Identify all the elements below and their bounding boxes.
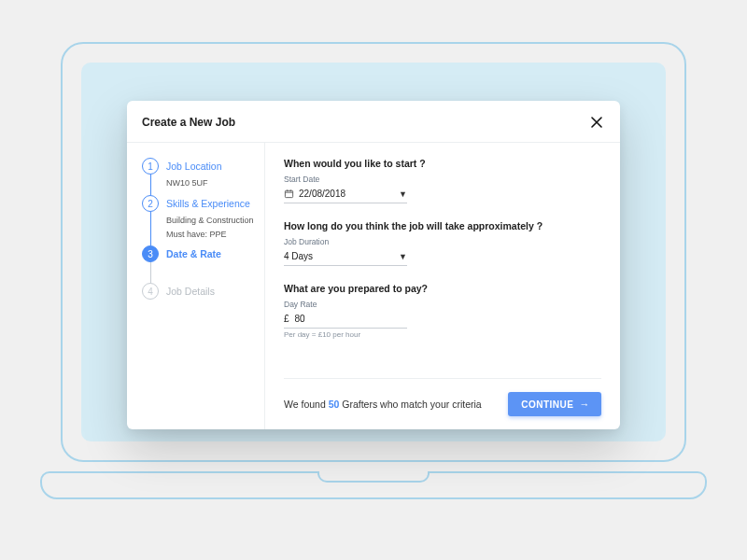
continue-button[interactable]: CONTINUE → xyxy=(508,392,601,416)
create-job-modal: Create a New Job 1 Job Location NW10 5UF… xyxy=(127,101,620,429)
chevron-down-icon: ▼ xyxy=(399,252,407,261)
stepper-sidebar: 1 Job Location NW10 5UF 2 Skills & Exper… xyxy=(127,143,265,429)
step-title: Skills & Experience xyxy=(166,195,255,212)
form-footer: We found 50 Grafters who match your crit… xyxy=(284,378,601,429)
start-date-group: When would you like to start ? Start Dat… xyxy=(284,158,601,203)
step-subtext: Must have: PPE xyxy=(166,229,255,240)
step-title: Job Location xyxy=(166,158,255,175)
duration-select[interactable]: 4 Days ▼ xyxy=(284,247,407,266)
step-skills-experience[interactable]: 2 Skills & Experience Building & Constru… xyxy=(142,195,255,240)
match-count-number: 50 xyxy=(329,399,340,410)
step-connector xyxy=(150,175,151,195)
form-area: When would you like to start ? Start Dat… xyxy=(265,143,620,429)
step-number: 3 xyxy=(142,245,159,262)
duration-label: Job Duration xyxy=(284,237,601,246)
close-button[interactable] xyxy=(588,114,605,131)
laptop-trackpad-notch xyxy=(317,471,430,483)
laptop-base-outline xyxy=(40,471,707,499)
day-rate-input[interactable]: £ 80 xyxy=(284,310,407,329)
modal-header: Create a New Job xyxy=(127,101,620,143)
step-job-details[interactable]: 4 Job Details xyxy=(142,283,255,315)
start-date-question: When would you like to start ? xyxy=(284,158,601,169)
match-count-text: We found 50 Grafters who match your crit… xyxy=(284,399,482,410)
step-title: Job Details xyxy=(166,283,255,300)
duration-value: 4 Days xyxy=(284,251,399,261)
close-icon xyxy=(591,117,602,128)
modal-title: Create a New Job xyxy=(142,116,235,129)
step-connector xyxy=(150,212,151,245)
day-rate-value: 80 xyxy=(295,314,407,324)
match-count-prefix: We found xyxy=(284,399,329,410)
start-date-label: Start Date xyxy=(284,175,601,184)
step-title: Date & Rate xyxy=(166,245,255,262)
currency-symbol: £ xyxy=(284,314,289,324)
day-rate-group: What are you prepared to pay? Day Rate £… xyxy=(284,283,601,339)
form-fields: When would you like to start ? Start Dat… xyxy=(284,158,601,378)
match-count-suffix: Grafters who match your criteria xyxy=(339,399,481,410)
duration-question: How long do you think the job will take … xyxy=(284,220,601,231)
duration-group: How long do you think the job will take … xyxy=(284,220,601,266)
arrow-right-icon: → xyxy=(580,399,591,410)
modal-body: 1 Job Location NW10 5UF 2 Skills & Exper… xyxy=(127,143,620,429)
day-rate-question: What are you prepared to pay? xyxy=(284,283,601,294)
calendar-icon xyxy=(284,189,294,199)
step-job-location[interactable]: 1 Job Location NW10 5UF xyxy=(142,158,255,189)
step-number: 1 xyxy=(142,158,159,175)
step-connector xyxy=(150,262,151,283)
start-date-value: 22/08/2018 xyxy=(299,189,399,199)
day-rate-label: Day Rate xyxy=(284,300,601,309)
svg-rect-0 xyxy=(285,190,292,197)
step-subtext: NW10 5UF xyxy=(166,177,255,189)
day-rate-hint: Per day = £10 per hour xyxy=(284,330,601,339)
chevron-down-icon: ▼ xyxy=(399,189,407,199)
step-subtext: Building & Construction xyxy=(166,215,255,226)
continue-button-label: CONTINUE xyxy=(521,399,573,410)
start-date-input[interactable]: 22/08/2018 ▼ xyxy=(284,185,407,203)
step-number: 2 xyxy=(142,195,159,212)
step-number: 4 xyxy=(142,283,159,300)
step-date-rate[interactable]: 3 Date & Rate xyxy=(142,245,255,277)
